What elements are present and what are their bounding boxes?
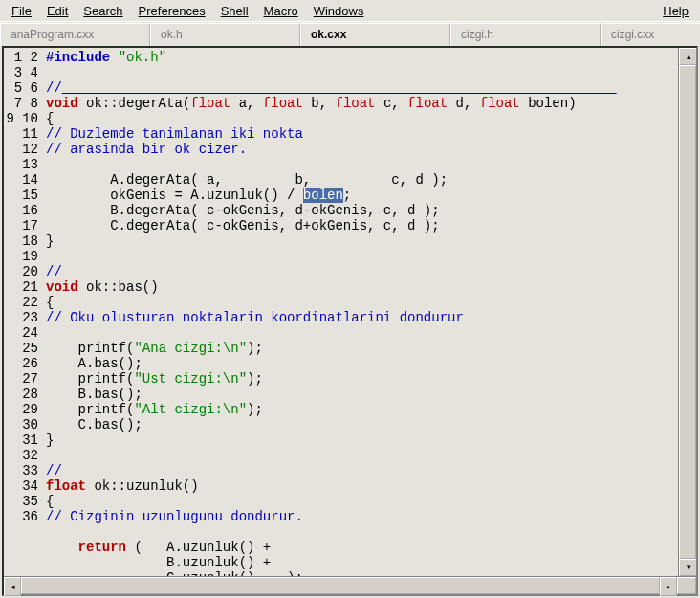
- tab-label: ok.cxx: [311, 28, 346, 41]
- tab-cizgi-h[interactable]: cizgi.h: [450, 23, 601, 46]
- tab-ok-cxx[interactable]: ok.cxx: [300, 23, 450, 46]
- tab-label: ok.h: [161, 28, 183, 41]
- menu-bar: File Edit Search Preferences Shell Macro…: [0, 0, 700, 22]
- scroll-up-button[interactable]: ▴: [679, 48, 696, 65]
- menu-macro[interactable]: Macro: [256, 2, 306, 20]
- menu-file[interactable]: File: [4, 2, 39, 20]
- chevron-right-icon: ▸: [667, 582, 671, 591]
- line-number-gutter: 1 2 3 4 5 6 7 8 9 10 11 12 13 14 15 16 1…: [4, 48, 44, 576]
- scroll-corner: [677, 577, 696, 594]
- hscroll-track[interactable]: [21, 577, 660, 594]
- tab-label: cizgi.cxx: [611, 28, 654, 41]
- tab-ok-h[interactable]: ok.h: [150, 23, 300, 46]
- tab-anaprogram[interactable]: anaProgram.cxx: [0, 23, 150, 46]
- vertical-scrollbar[interactable]: ▴ ▾: [678, 48, 696, 576]
- menu-windows[interactable]: Windows: [306, 2, 372, 20]
- menu-shell[interactable]: Shell: [213, 2, 256, 20]
- scroll-thumb[interactable]: [679, 65, 696, 559]
- menu-edit[interactable]: Edit: [39, 2, 76, 20]
- horizontal-scrollbar[interactable]: ◂ ▸: [4, 576, 696, 594]
- chevron-down-icon: ▾: [687, 563, 691, 572]
- chevron-left-icon: ◂: [11, 582, 15, 591]
- tab-label: anaProgram.cxx: [11, 28, 94, 41]
- code-area[interactable]: #include "ok.h" //______________________…: [44, 48, 678, 576]
- menu-help[interactable]: Help: [655, 2, 696, 20]
- scroll-left-button[interactable]: ◂: [4, 577, 21, 596]
- scroll-down-button[interactable]: ▾: [679, 559, 696, 576]
- menu-prefs[interactable]: Preferences: [131, 2, 213, 20]
- tab-bar: anaProgram.cxx ok.h ok.cxx cizgi.h cizgi…: [0, 22, 700, 46]
- chevron-up-icon: ▴: [687, 52, 691, 61]
- editor-frame: 1 2 3 4 5 6 7 8 9 10 11 12 13 14 15 16 1…: [2, 46, 698, 596]
- scroll-right-button[interactable]: ▸: [660, 577, 677, 596]
- tab-label: cizgi.h: [461, 28, 493, 41]
- menu-search[interactable]: Search: [76, 2, 130, 20]
- tab-cizgi-cxx[interactable]: cizgi.cxx: [601, 23, 700, 46]
